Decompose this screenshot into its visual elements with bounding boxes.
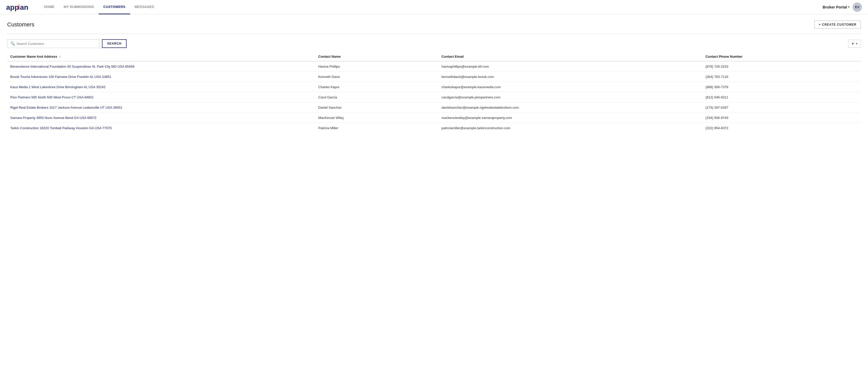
contact-name-cell: Haviva Phillips: [315, 61, 438, 72]
filter-icon: ▼: [851, 42, 855, 46]
nav-item-home[interactable]: HOME: [39, 0, 59, 14]
contact-name-cell: Charles Kapur: [315, 82, 438, 92]
nav-item-my-submissions[interactable]: MY SUBMISSIONS: [59, 0, 99, 14]
customer-link-4[interactable]: Rigel Real Estate Brokers 1017 Jackson A…: [10, 106, 122, 110]
avatar[interactable]: EV: [852, 3, 862, 12]
contact-name-cell: Patricia Miller: [315, 123, 438, 133]
page-header: Customers + CREATE CUSTOMER: [7, 21, 861, 29]
broker-portal-selector[interactable]: Broker Portal ▾: [823, 5, 849, 9]
nav-item-customers[interactable]: CUSTOMERS: [99, 0, 130, 14]
filter-dropdown-icon: ▼: [856, 42, 858, 45]
search-button[interactable]: SEARCH: [102, 39, 127, 48]
contact-name-cell: Daniel Sanchez: [315, 102, 438, 113]
contact-email-cell: danielsanchez@example.rigelrealestatebro…: [438, 102, 703, 113]
table-row: Pion Partners 585 North 500 West Provo C…: [7, 92, 861, 102]
sort-asc-icon: ↑: [59, 55, 61, 58]
customer-link-0[interactable]: Benevolence International Foundation 50 …: [10, 65, 134, 68]
column-header-phone: Contact Phone Number: [703, 52, 861, 61]
app-logo[interactable]: app i an: [6, 3, 29, 11]
table-row: Rigel Real Estate Brokers 1017 Jackson A…: [7, 102, 861, 113]
customer-link-5[interactable]: Samara Property 3850 Nunc Avenue Bend GA…: [10, 116, 97, 120]
customer-name-address-cell: Bossk Tourist Adventures 100 Fairview Dr…: [7, 72, 315, 82]
contact-phone-cell: (173) 347-0287: [703, 102, 861, 113]
contact-name-cell: MacKenzie Wiley: [315, 113, 438, 123]
contact-phone-cell: (888) 306-7378: [703, 82, 861, 92]
search-input[interactable]: [17, 42, 96, 46]
column-header-name[interactable]: Customer Name And Address ↑: [7, 52, 315, 61]
table-row: Benevolence International Foundation 50 …: [7, 61, 861, 72]
customer-name-address-cell: Tarkin Construction 18220 Tomball Parkwa…: [7, 123, 315, 133]
contact-phone-cell: (812) 546-9211: [703, 92, 861, 102]
table-header-row: Customer Name And Address ↑ Contact Name…: [7, 52, 861, 61]
contact-phone-cell: (364) 783-7116: [703, 72, 861, 82]
page-title: Customers: [7, 21, 34, 28]
navigation: app i an HOME MY SUBMISSIONS CUSTOMERS M…: [0, 0, 868, 14]
search-icon: 🔍: [10, 41, 15, 46]
contact-phone-cell: (154) 506-9743: [703, 113, 861, 123]
nav-right: Broker Portal ▾ EV: [823, 3, 862, 12]
contact-email-cell: mackenziewiley@example.samaraproperty.co…: [438, 113, 703, 123]
nav-item-messages[interactable]: MESSAGES: [130, 0, 159, 14]
customer-link-3[interactable]: Pion Partners 585 North 500 West Provo C…: [10, 95, 94, 99]
contact-name-cell: Kenneth Davis: [315, 72, 438, 82]
contact-phone-cell: (322) 954-8372: [703, 123, 861, 133]
table-row: Tarkin Construction 18220 Tomball Parkwa…: [7, 123, 861, 133]
customer-name-address-cell: Kaus Media 1 West Lakeshore Drive Birmin…: [7, 82, 315, 92]
svg-text:an: an: [20, 3, 28, 11]
nav-links: HOME MY SUBMISSIONS CUSTOMERS MESSAGES: [39, 0, 823, 14]
table-row: Samara Property 3850 Nunc Avenue Bend GA…: [7, 113, 861, 123]
svg-text:i: i: [18, 3, 20, 11]
customer-link-1[interactable]: Bossk Tourist Adventures 100 Fairview Dr…: [10, 75, 112, 79]
search-input-container: 🔍: [7, 39, 99, 48]
customer-name-address-cell: Samara Property 3850 Nunc Avenue Bend GA…: [7, 113, 315, 123]
table-row: Bossk Tourist Adventures 100 Fairview Dr…: [7, 72, 861, 82]
table-row: Kaus Media 1 West Lakeshore Drive Birmin…: [7, 82, 861, 92]
customer-name-address-cell: Rigel Real Estate Brokers 1017 Jackson A…: [7, 102, 315, 113]
column-header-email: Contact Email: [438, 52, 703, 61]
chevron-down-icon: ▾: [848, 5, 849, 9]
create-customer-button[interactable]: + CREATE CUSTOMER: [814, 21, 861, 29]
filter-button[interactable]: ▼ ▼: [848, 40, 861, 48]
broker-portal-label: Broker Portal: [823, 5, 847, 9]
contact-email-cell: charleskapur@example.kausmedia.com: [438, 82, 703, 92]
contact-email-cell: kennethdavis@example.bossk.com: [438, 72, 703, 82]
search-bar: 🔍 SEARCH ▼ ▼: [7, 39, 861, 48]
customers-table: Customer Name And Address ↑ Contact Name…: [7, 52, 861, 133]
column-header-contact: Contact Name: [315, 52, 438, 61]
header-divider: [7, 34, 861, 34]
customer-link-2[interactable]: Kaus Media 1 West Lakeshore Drive Birmin…: [10, 85, 105, 89]
customer-name-address-cell: Benevolence International Foundation 50 …: [7, 61, 315, 72]
contact-email-cell: carolgarcia@example.pionpartners.com: [438, 92, 703, 102]
contact-phone-cell: (878) 726-2233: [703, 61, 861, 72]
customer-link-6[interactable]: Tarkin Construction 18220 Tomball Parkwa…: [10, 126, 112, 130]
contact-email-cell: havivaphillips@example.bif.com: [438, 61, 703, 72]
svg-text:app: app: [6, 3, 19, 11]
page-content: Customers + CREATE CUSTOMER 🔍 SEARCH ▼ ▼…: [0, 14, 868, 139]
contact-name-cell: Carol Garcia: [315, 92, 438, 102]
contact-email-cell: patriciamiller@example.tarkinconstructio…: [438, 123, 703, 133]
customer-name-address-cell: Pion Partners 585 North 500 West Provo C…: [7, 92, 315, 102]
